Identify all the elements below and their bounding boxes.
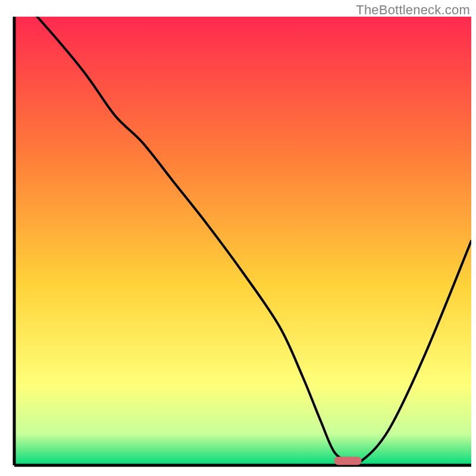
bottleneck-chart: TheBottleneck.com [0, 0, 476, 476]
chart-svg [0, 0, 476, 476]
optimal-marker [334, 456, 362, 465]
gradient-background [14, 17, 471, 465]
watermark-text: TheBottleneck.com [356, 2, 470, 18]
